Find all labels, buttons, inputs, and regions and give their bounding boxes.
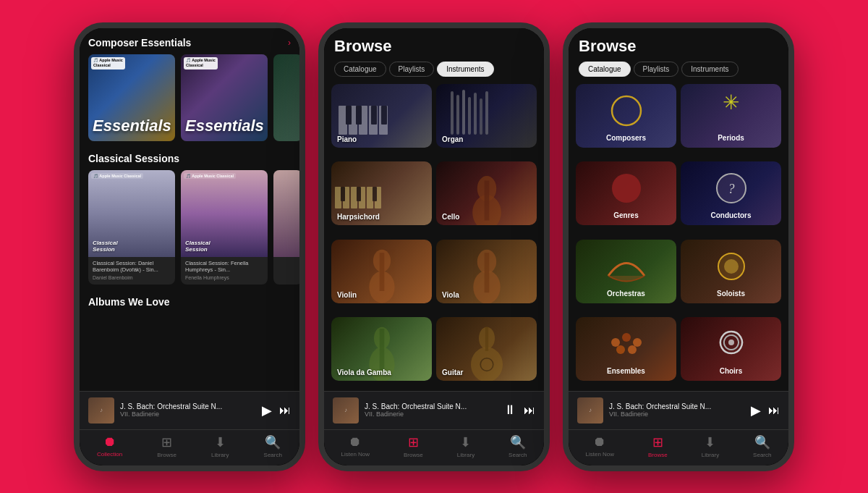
nav-search-3[interactable]: 🔍 Search xyxy=(753,434,771,458)
nav-browse-2[interactable]: ⊞ Browse xyxy=(404,434,423,458)
player-art-2: ♪ xyxy=(333,397,359,424)
nav-listen-label-2: Listen Now xyxy=(341,451,370,458)
skip-button-2[interactable]: ⏭ xyxy=(524,404,535,417)
composers-cell[interactable]: Composers xyxy=(576,84,676,148)
search-icon-3: 🔍 xyxy=(754,434,770,450)
tab-instruments-3[interactable]: Instruments xyxy=(681,62,738,77)
orchestras-icon xyxy=(605,247,648,283)
orchestras-cell[interactable]: Orchestras xyxy=(576,240,676,303)
barenboim-session-text: ClassicalSession xyxy=(93,240,118,253)
viola-gamba-cell[interactable]: Viola da Gamba xyxy=(331,317,432,381)
nav-listen-label-3: Listen Now xyxy=(585,451,614,458)
bach-card[interactable]: 🎵 Apple MusicClassical Essentials Johann… xyxy=(181,54,268,141)
choirs-cell[interactable]: Choirs xyxy=(681,317,781,381)
play-button-3[interactable]: ▶ xyxy=(751,403,761,418)
svg-rect-15 xyxy=(485,91,488,135)
nav-search-1[interactable]: 🔍 Search xyxy=(264,434,282,458)
albums-title: Albums We Love xyxy=(88,296,170,308)
bottom-nav-3: ⏺ Listen Now ⊞ Browse ⬇ Library 🔍 Search xyxy=(569,429,788,465)
nav-search-label-2: Search xyxy=(509,452,527,458)
svg-point-49 xyxy=(633,338,642,347)
tab-catalogue-2[interactable]: Catalogue xyxy=(334,62,386,77)
search-icon-1: 🔍 xyxy=(265,434,281,450)
nav-library-2[interactable]: ⬇ Library xyxy=(457,434,475,458)
browse-icon-2: ⊞ xyxy=(408,434,419,450)
player-subtitle-3: VII. Badinerie xyxy=(609,410,745,418)
svg-point-41 xyxy=(612,96,641,125)
tab-instruments-2[interactable]: Instruments xyxy=(437,62,493,77)
search-icon-2: 🔍 xyxy=(510,434,526,450)
instruments-grid: Piano Organ xyxy=(324,84,544,391)
player-title-2: J. S. Bach: Orchestral Suite N... xyxy=(365,403,498,410)
browse-icon-1: ⊞ xyxy=(161,434,172,450)
ensembles-cell[interactable]: Ensembles xyxy=(576,317,676,381)
svg-rect-9 xyxy=(451,91,454,135)
nav-library-label-3: Library xyxy=(702,452,719,458)
viola-cell[interactable]: Viola xyxy=(436,240,537,303)
barenboim-session-card[interactable]: 🎵 Apple Music Classical ClassicalSession… xyxy=(88,170,175,285)
genres-cell[interactable]: Genres xyxy=(576,161,676,225)
nav-collection[interactable]: ⏺ Collection xyxy=(97,434,122,458)
ensembles-icon xyxy=(605,324,648,361)
barenboim-badge: 🎵 Apple Music Classical xyxy=(91,173,143,179)
piano-cell[interactable]: Piano xyxy=(331,84,432,148)
player-controls-1: ▶ ⏭ xyxy=(262,403,291,418)
classical-sessions-title: Classical Sessions xyxy=(88,153,179,164)
svg-rect-8 xyxy=(381,106,387,125)
periods-cell[interactable]: ✳ Periods xyxy=(681,84,781,148)
svg-rect-5 xyxy=(346,106,352,125)
svg-rect-7 xyxy=(371,106,377,125)
organ-cell[interactable]: Organ xyxy=(436,84,537,148)
nav-library-1[interactable]: ⬇ Library xyxy=(211,434,229,458)
soloists-cell[interactable]: Soloists xyxy=(681,240,781,303)
soloists-icon xyxy=(713,248,749,285)
nav-listen-now-3[interactable]: ⏺ Listen Now xyxy=(585,434,614,458)
cello-cell[interactable]: Cello xyxy=(436,161,537,225)
svg-rect-12 xyxy=(468,97,471,135)
classical-sessions-header: Classical Sessions xyxy=(88,153,291,164)
library-icon-3: ⬇ xyxy=(705,434,715,450)
svg-point-50 xyxy=(616,345,625,354)
player-controls-3: ▶ ⏭ xyxy=(751,403,780,418)
player-info-1: J. S. Bach: Orchestral Suite N... VII. B… xyxy=(120,403,256,418)
svg-point-46 xyxy=(724,259,739,274)
beethoven-img: 🎵 Apple MusicClassical Essentials xyxy=(88,54,175,141)
svg-rect-30 xyxy=(379,253,384,291)
orchestras-label: Orchestras xyxy=(607,290,645,298)
nav-browse-1[interactable]: ⊞ Browse xyxy=(157,434,176,458)
choirs-label: Choirs xyxy=(720,367,743,375)
guitar-cell[interactable]: Guitar xyxy=(436,317,537,381)
harpsichord-cell[interactable]: Harpsichord xyxy=(331,161,432,225)
nav-library-3[interactable]: ⬇ Library xyxy=(702,434,719,458)
phone-1: Composer Essentials › 🎵 Apple MusicClass… xyxy=(74,22,305,471)
piano-label: Piano xyxy=(337,135,357,143)
catalogue-grid: Composers ✳ Periods Genres xyxy=(569,84,788,391)
tab-catalogue-3[interactable]: Catalogue xyxy=(579,62,631,77)
humphreys-session-label: Classical Session: Fenella Humphreys - S… xyxy=(181,257,268,276)
nav-search-2[interactable]: 🔍 Search xyxy=(509,434,527,458)
humphreys-badge: 🎵 Apple Music Classical xyxy=(184,173,236,179)
violin-cell[interactable]: Violin xyxy=(331,240,432,303)
phone1-scroll: Composer Essentials › 🎵 Apple MusicClass… xyxy=(80,28,299,391)
tab-playlists-2[interactable]: Playlists xyxy=(389,62,435,77)
svg-rect-16 xyxy=(335,187,341,208)
skip-button-1[interactable]: ⏭ xyxy=(279,404,291,417)
play-button-1[interactable]: ▶ xyxy=(262,403,272,418)
nav-browse-3[interactable]: ⊞ Browse xyxy=(648,434,668,458)
sessions-row: 🎵 Apple Music Classical ClassicalSession… xyxy=(88,170,291,285)
beethoven-card[interactable]: 🎵 Apple MusicClassical Essentials Ludwig… xyxy=(88,54,175,141)
genres-icon xyxy=(608,170,644,206)
svg-rect-13 xyxy=(474,93,477,135)
svg-rect-18 xyxy=(351,187,357,208)
conductors-cell[interactable]: ? Conductors xyxy=(681,161,781,225)
genres-label: Genres xyxy=(613,211,638,219)
humphreys-session-text: ClassicalSession xyxy=(185,240,210,253)
pause-button-2[interactable]: ⏸ xyxy=(503,403,516,418)
humphreys-session-card[interactable]: 🎵 Apple Music Classical ClassicalSession… xyxy=(181,170,268,285)
nav-listen-now-2[interactable]: ⏺ Listen Now xyxy=(341,434,370,458)
skip-button-3[interactable]: ⏭ xyxy=(768,404,780,417)
svg-point-48 xyxy=(622,333,631,342)
barenboim-session-img: 🎵 Apple Music Classical ClassicalSession xyxy=(88,170,175,257)
browse-title-2: Browse xyxy=(324,28,544,62)
tab-playlists-3[interactable]: Playlists xyxy=(634,62,679,77)
